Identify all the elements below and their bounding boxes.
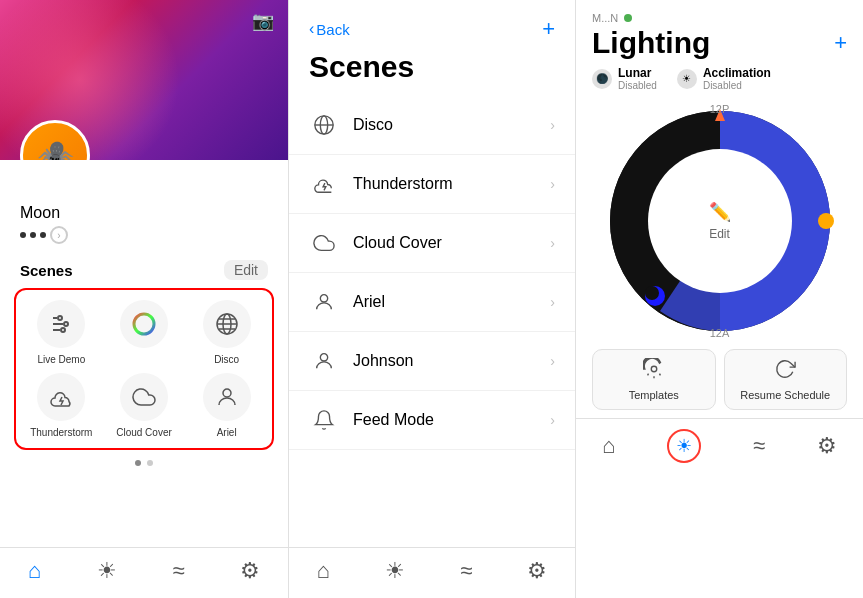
acclimation-text: Acclimation Disabled xyxy=(703,66,771,91)
panel-home: 📷 🕷️ Moon › Scenes Edit xyxy=(0,0,288,598)
scene-thunderstorm[interactable]: Thunderstorm xyxy=(24,373,99,438)
scenes-header: Scenes Edit xyxy=(0,256,288,288)
nav-home-icon[interactable]: ⌂ xyxy=(28,558,41,584)
profile-section: Moon › xyxy=(0,204,288,256)
avatar[interactable]: 🕷️ xyxy=(20,120,90,160)
acclimation-status: Disabled xyxy=(703,80,771,91)
nav2-settings-icon[interactable]: ⚙ xyxy=(527,558,547,584)
dot1 xyxy=(20,232,26,238)
nav-light-icon[interactable]: ☀ xyxy=(97,558,117,584)
svg-point-5 xyxy=(61,328,65,332)
disco-chevron-icon: › xyxy=(550,117,555,133)
scene-thunderstorm-icon xyxy=(37,373,85,421)
ariel-label: Ariel xyxy=(353,293,536,311)
page-dot-2 xyxy=(147,460,153,466)
thunderstorm-icon xyxy=(309,169,339,199)
resume-schedule-button[interactable]: Resume Schedule xyxy=(724,349,848,410)
lunar-acclimation-row: 🌑 Lunar Disabled ☀ Acclimation Disabled xyxy=(576,66,863,101)
acclimation-label: Acclimation xyxy=(703,66,771,80)
nav2-home-icon[interactable]: ⌂ xyxy=(317,558,330,584)
list-item[interactable]: Thunderstorm › xyxy=(289,155,575,214)
disco-globe-icon xyxy=(309,110,339,140)
nav-settings-icon[interactable]: ⚙ xyxy=(240,558,260,584)
scenes-grid: Live Demo xyxy=(24,300,264,438)
expand-icon[interactable]: › xyxy=(50,226,68,244)
profile-dots-row: › xyxy=(20,226,268,244)
resume-icon xyxy=(774,358,796,385)
ariel-chevron-icon: › xyxy=(550,294,555,310)
acclimation-icon: ☀ xyxy=(677,69,697,89)
scene-cloud-cover[interactable]: Cloud Cover xyxy=(107,373,182,438)
status-text: M...N xyxy=(592,12,618,24)
disco-label: Disco xyxy=(353,116,536,134)
clock-wheel[interactable]: 12P ✏️ Edit 12A xyxy=(600,101,840,341)
scenes-section-title: Scenes xyxy=(20,262,73,279)
list-item[interactable]: Ariel › xyxy=(289,273,575,332)
clock-edit-center[interactable]: ✏️ Edit xyxy=(709,201,731,241)
svg-point-24 xyxy=(651,366,657,372)
lighting-title: Lighting xyxy=(592,26,710,60)
list-item[interactable]: Johnson › xyxy=(289,332,575,391)
scene-cloud-cover-label: Cloud Cover xyxy=(116,427,172,438)
scene-disco-icon xyxy=(203,300,251,348)
profile-background: 📷 🕷️ xyxy=(0,0,288,160)
back-chevron-icon: ‹ xyxy=(309,20,314,38)
scenes-panel-title: Scenes xyxy=(289,50,575,96)
nav3-light-icon: ☀ xyxy=(676,435,692,457)
templates-label: Templates xyxy=(629,389,679,401)
scene-ariel[interactable]: Ariel xyxy=(189,373,264,438)
svg-point-21 xyxy=(818,213,834,229)
nav2-light-icon[interactable]: ☀ xyxy=(385,558,405,584)
list-item[interactable]: Disco › xyxy=(289,96,575,155)
avatar-area: 🕷️ xyxy=(20,120,90,160)
svg-point-12 xyxy=(223,389,231,397)
scenes-list: Disco › Thunderstorm › Cloud Cover › xyxy=(289,96,575,547)
lunar-status: Disabled xyxy=(618,80,657,91)
nav-wave-icon[interactable]: ≈ xyxy=(172,558,184,584)
ariel-icon xyxy=(309,287,339,317)
profile-name: Moon xyxy=(20,204,268,222)
nav3-home-icon[interactable]: ⌂ xyxy=(602,433,615,459)
svg-point-23 xyxy=(645,286,659,300)
svg-point-6 xyxy=(134,314,154,334)
panel1-bottom-nav: ⌂ ☀ ≈ ⚙ xyxy=(0,547,288,598)
back-button[interactable]: ‹ Back xyxy=(309,20,350,38)
scene-live-demo[interactable]: Live Demo xyxy=(24,300,99,365)
nav2-wave-icon[interactable]: ≈ xyxy=(460,558,472,584)
nav3-wave-icon[interactable]: ≈ xyxy=(753,433,765,459)
list-item[interactable]: Cloud Cover › xyxy=(289,214,575,273)
scene-live-demo-icon xyxy=(37,300,85,348)
svg-point-4 xyxy=(64,322,68,326)
templates-icon xyxy=(643,358,665,385)
lighting-add-button[interactable]: + xyxy=(834,30,847,56)
feed-mode-chevron-icon: › xyxy=(550,412,555,428)
panel-lighting: M...N Lighting + 🌑 Lunar Disabled ☀ Accl… xyxy=(576,0,863,598)
add-scene-button[interactable]: + xyxy=(542,16,555,42)
scenes-panel-header: ‹ Back + xyxy=(289,0,575,50)
page-dot-1 xyxy=(135,460,141,466)
dot2 xyxy=(30,232,36,238)
dot3 xyxy=(40,232,46,238)
scene-color[interactable] xyxy=(107,300,182,365)
templates-button[interactable]: Templates xyxy=(592,349,716,410)
camera-icon[interactable]: 📷 xyxy=(252,10,274,32)
svg-point-3 xyxy=(58,316,62,320)
johnson-icon xyxy=(309,346,339,376)
list-item[interactable]: Feed Mode › xyxy=(289,391,575,450)
scene-disco[interactable]: Disco xyxy=(189,300,264,365)
scene-color-icon xyxy=(120,300,168,348)
feed-mode-label: Feed Mode xyxy=(353,411,536,429)
status-dot xyxy=(624,14,632,22)
scene-cloud-cover-icon xyxy=(120,373,168,421)
lunar-text: Lunar Disabled xyxy=(618,66,657,91)
cloud-cover-icon xyxy=(309,228,339,258)
nav3-settings-icon[interactable]: ⚙ xyxy=(817,433,837,459)
avatar-emoji: 🕷️ xyxy=(37,138,74,161)
thunderstorm-chevron-icon: › xyxy=(550,176,555,192)
scenes-edit-button[interactable]: Edit xyxy=(224,260,268,280)
lunar-label: Lunar xyxy=(618,66,657,80)
action-buttons-row: Templates Resume Schedule xyxy=(576,341,863,418)
nav3-light-active[interactable]: ☀ xyxy=(667,429,701,463)
scenes-grid-container: Live Demo xyxy=(14,288,274,450)
scene-ariel-icon xyxy=(203,373,251,421)
